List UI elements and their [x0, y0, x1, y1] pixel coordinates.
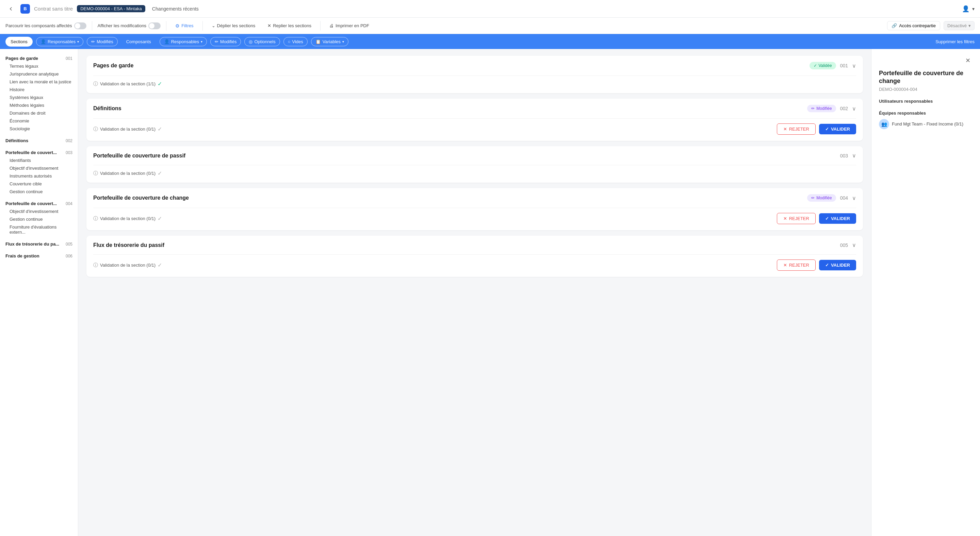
reject-button-5[interactable]: ✕ REJETER — [777, 260, 816, 271]
right-panel-id: DEMO-000004-004 — [879, 87, 972, 92]
sidebar-section-portefeuille-004[interactable]: Portefeuille de couvert... 004 — [0, 198, 78, 208]
sidebar-item-economie[interactable]: Économie — [0, 117, 78, 125]
topbar-dropdown-arrow[interactable]: ▾ — [972, 6, 975, 11]
sidebar-item-instruments[interactable]: Instruments autorisés — [0, 172, 78, 180]
validation-text-1: ⓘ Validation de la section (1/1) ✓ — [93, 81, 162, 87]
sidebar-item-sociologie[interactable]: Sociologie — [0, 125, 78, 133]
sidebar-item-fourniture[interactable]: Fourniture d'évaluations extern... — [0, 223, 78, 236]
sidebar-section-title-1: Pages de garde — [5, 56, 38, 61]
badge-validated-1: ✓ Validée — [810, 62, 836, 70]
info-icon-1: ⓘ — [93, 81, 98, 87]
sidebar-item-gestion-004[interactable]: Gestion continue — [0, 215, 78, 223]
section-title-2: Définitions — [93, 105, 803, 111]
optionnels-pill[interactable]: ◎ Optionnels — [244, 37, 280, 46]
validate-button-2[interactable]: ✓ VALIDER — [819, 124, 856, 134]
recent-changes-link[interactable]: Changements récents — [152, 6, 199, 11]
sidebar-item-lien-morale[interactable]: Lien avec la morale et la justice — [0, 78, 78, 86]
variables-pill[interactable]: 📋 Variables ▾ — [311, 37, 348, 46]
contract-title: Contrat sans titre — [34, 6, 73, 11]
sidebar-item-gestion-003[interactable]: Gestion continue — [0, 188, 78, 195]
info-icon-2: ⓘ — [93, 126, 98, 132]
responsables-label: Utilisateurs responsables — [879, 98, 972, 104]
disabled-badge[interactable]: Désactivé ▾ — [943, 21, 975, 30]
check-icon-val-2: ✓ — [825, 127, 829, 132]
validation-text-5: ⓘ Validation de la section (0/1) ✓ — [93, 262, 162, 268]
section-actions-2: ✕ REJETER ✓ VALIDER — [777, 124, 856, 135]
section-title-3: Portefeuille de couverture de passif — [93, 153, 836, 159]
remove-filters-button[interactable]: Supprimer les filtres — [935, 39, 975, 44]
sidebar-item-jurisprudence[interactable]: Jurisprudence analytique — [0, 70, 78, 78]
responsables-1-pill[interactable]: 👤 Responsables ▾ — [36, 37, 83, 46]
main-content: Pages de garde ✓ Validée 001 ∨ ⓘ Validat… — [78, 49, 871, 536]
section-header-5[interactable]: Flux de trésorerie du passif 005 ∨ — [86, 236, 863, 254]
sidebar-item-domaines[interactable]: Domaines de droit — [0, 109, 78, 117]
section-title-5: Flux de trésorerie du passif — [93, 242, 836, 248]
fold-sections-button[interactable]: ✕ Replier les sections — [264, 21, 315, 30]
validate-button-4[interactable]: ✓ VALIDER — [819, 213, 856, 224]
back-button[interactable] — [5, 3, 16, 14]
sidebar-item-identifiants[interactable]: Identifiants — [0, 157, 78, 164]
section-num-4: 004 — [840, 195, 848, 201]
modifies-2-pill[interactable]: ✏ Modifiés — [210, 37, 241, 46]
section-header-1[interactable]: Pages de garde ✓ Validée 001 ∨ — [86, 56, 863, 76]
responsables-2-pill[interactable]: 👤 Responsables ▾ — [159, 37, 207, 46]
sidebar-section-frais[interactable]: Frais de gestion 006 — [0, 251, 78, 260]
app-logo: B — [21, 4, 30, 14]
close-panel-button[interactable]: ✕ — [963, 56, 972, 65]
sidebar-item-systemes[interactable]: Systèmes légaux — [0, 94, 78, 101]
filterbar: Sections 👤 Responsables ▾ ✏ Modifiés Com… — [0, 34, 980, 49]
sidebar-section-num-1: 001 — [66, 56, 73, 61]
sidebar-item-objectif-004[interactable]: Objectif d'investissement — [0, 208, 78, 215]
reject-button-2[interactable]: ✕ REJETER — [777, 124, 816, 135]
team-avatar: 👥 — [879, 119, 889, 129]
section-card-pages-de-garde: Pages de garde ✓ Validée 001 ∨ ⓘ Validat… — [86, 56, 863, 93]
sidebar-section-portefeuille-003[interactable]: Portefeuille de couvert... 003 — [0, 147, 78, 157]
pencil-icon: ✏ — [91, 39, 95, 44]
access-contrepartie-button[interactable]: 🔗 Accès contrepartie — [887, 21, 940, 30]
section-num-2: 002 — [840, 106, 848, 111]
sidebar-item-objectif-003[interactable]: Objectif d'investissement — [0, 164, 78, 172]
toolbar: Parcourir les composants affectés Affich… — [0, 18, 980, 34]
browse-toggle[interactable] — [74, 22, 86, 29]
reject-button-4[interactable]: ✕ REJETER — [777, 213, 816, 224]
print-button[interactable]: 🖨 Imprimer en PDF — [326, 21, 372, 30]
sidebar-section-num-5: 005 — [66, 242, 73, 247]
section-card-definitions: Définitions ✏ Modifiée 002 ∨ ⓘ Validatio… — [86, 98, 863, 141]
section-header-3[interactable]: Portefeuille de couverture de passif 003… — [86, 146, 863, 165]
composants-tab[interactable]: Composants — [121, 37, 156, 47]
sidebar-item-histoire[interactable]: Histoire — [0, 86, 78, 94]
section-header-2[interactable]: Définitions ✏ Modifiée 002 ∨ — [86, 98, 863, 118]
unfold-sections-button[interactable]: ⌄ Déplier les sections — [208, 21, 259, 30]
unfold-icon: ⌄ — [212, 23, 215, 28]
vides-pill[interactable]: ○ Vides — [283, 37, 308, 46]
modifies-1-pill[interactable]: ✏ Modifiés — [87, 37, 118, 46]
show-modifications-switch[interactable] — [148, 22, 161, 29]
sidebar-item-couverture-cible[interactable]: Couverture cible — [0, 180, 78, 188]
filters-button[interactable]: ⚙ Filtres — [172, 21, 197, 30]
sidebar-section-pages-de-garde[interactable]: Pages de garde 001 — [0, 53, 78, 62]
x-icon-2: ✕ — [783, 127, 787, 132]
user-pill-icon: 👤 — [40, 39, 46, 44]
sidebar-item-methodes[interactable]: Méthodes légales — [0, 101, 78, 109]
chevron-5: ∨ — [852, 242, 856, 248]
info-icon-5: ⓘ — [93, 262, 98, 268]
section-body-5: ⓘ Validation de la section (0/1) ✓ ✕ REJ… — [86, 255, 863, 277]
browse-components-label: Parcourir les composants affectés — [5, 23, 72, 28]
sidebar-section-title-6: Frais de gestion — [5, 254, 40, 258]
sidebar-section-flux[interactable]: Flux de trésorerie du pa... 005 — [0, 239, 78, 248]
section-num-1: 001 — [840, 63, 848, 68]
chevron-4: ∨ — [852, 195, 856, 201]
section-card-change: Portefeuille de couverture de change ✏ M… — [86, 188, 863, 230]
pencil2-icon: ✏ — [215, 39, 218, 44]
chevron-3: ∨ — [852, 152, 856, 159]
section-header-4[interactable]: Portefeuille de couverture de change ✏ M… — [86, 188, 863, 208]
section-card-flux: Flux de trésorerie du passif 005 ∨ ⓘ Val… — [86, 236, 863, 277]
user-icon[interactable]: 👤 — [962, 5, 969, 13]
sidebar-section-definitions[interactable]: Définitions 002 — [0, 135, 78, 144]
sidebar-item-termes-legaux[interactable]: Termes légaux — [0, 62, 78, 70]
chevron-var-icon: ▾ — [342, 40, 344, 44]
badge-modified-2: ✏ Modifiée — [807, 105, 836, 112]
sections-tab[interactable]: Sections — [5, 37, 33, 47]
sep4 — [320, 21, 321, 31]
validate-button-5[interactable]: ✓ VALIDER — [819, 260, 856, 270]
